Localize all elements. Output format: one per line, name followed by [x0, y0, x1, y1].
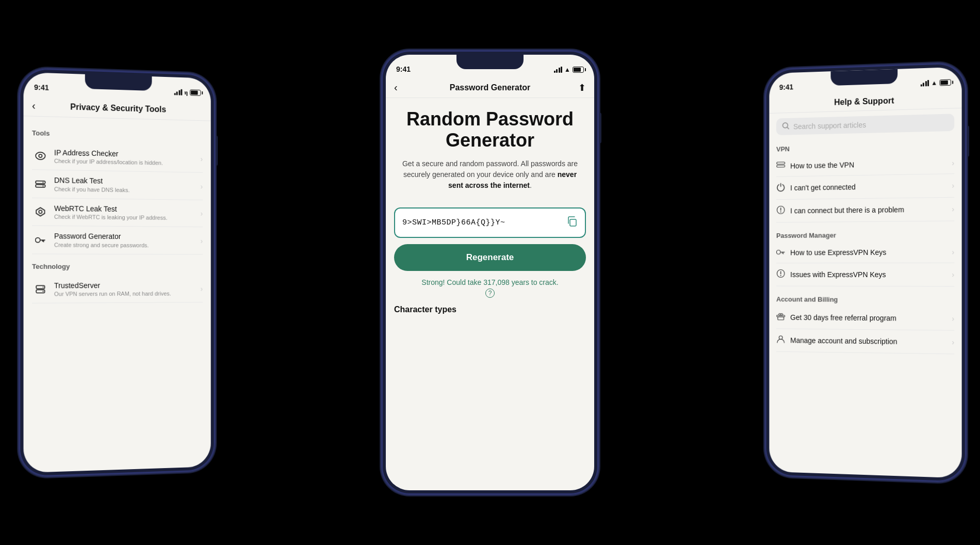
password-gen-text: Password Generator Create strong and sec… — [54, 232, 201, 249]
battery-left — [190, 89, 201, 96]
svg-marker-6 — [36, 207, 44, 216]
hs-use-keys-text: How to use ExpressVPN Keys — [790, 248, 952, 257]
status-icons-left: 𝛈︎ — [174, 88, 201, 96]
pg-title: Random Password Generator — [398, 108, 582, 151]
phone-right: 9:41 ▲ He — [765, 62, 966, 483]
pg-desc-end: . — [530, 181, 532, 189]
trusted-name: TrustedServer — [54, 281, 201, 291]
svg-rect-16 — [570, 219, 576, 226]
signal-bar-r4 — [927, 80, 929, 86]
hs-problem-text: I can connect but there is a problem — [790, 205, 952, 215]
tool-item-webrtc[interactable]: WebRTC Leak Test Check if WebRTC is leak… — [32, 198, 203, 228]
signal-bars-right — [920, 80, 929, 87]
time-center: 9:41 — [396, 65, 411, 73]
pg-hero: Random Password Generator Get a secure a… — [386, 98, 594, 199]
signal-bars-center — [554, 67, 563, 73]
webrtc-chevron: › — [201, 210, 203, 218]
notch-center — [456, 55, 524, 69]
left-back-button[interactable]: ‹ — [32, 100, 48, 112]
hs-item-problem[interactable]: I can connect but there is a problem › — [776, 198, 954, 223]
center-share-button[interactable]: ⬆ — [570, 82, 586, 93]
hs-use-keys-chevron: › — [952, 248, 954, 256]
tool-item-ip[interactable]: IP Address Checker Check if your IP addr… — [32, 142, 203, 173]
battery-fill-right — [941, 81, 949, 85]
notch-left — [85, 74, 152, 91]
vpn-stack-icon — [776, 162, 790, 171]
search-placeholder: Search support articles — [793, 120, 866, 130]
billing-section-title: Account and Billing — [776, 295, 954, 304]
tool-item-dns[interactable]: DNS Leak Test Check if you have DNS leak… — [32, 170, 203, 200]
svg-rect-32 — [778, 317, 784, 320]
strength-help-icon[interactable]: ? — [485, 288, 495, 298]
ip-checker-text: IP Address Checker Check if your IP addr… — [54, 148, 201, 167]
hs-referral-chevron: › — [952, 314, 954, 323]
key-icon-left — [32, 232, 49, 249]
tool-item-password[interactable]: Password Generator Create strong and sec… — [32, 226, 203, 254]
right-screen-content: Help & Support Search support articles — [769, 90, 961, 478]
trusted-chevron: › — [201, 285, 203, 293]
hs-item-use-keys[interactable]: How to use ExpressVPN Keys › — [776, 242, 954, 263]
time-right: 9:41 — [779, 83, 793, 91]
hs-item-cant-connect[interactable]: I can't get connected › — [776, 174, 954, 200]
password-gen-desc: Create strong and secure passwords. — [54, 241, 201, 249]
pm-section: Password Manager How to use ExpressVPN K… — [769, 226, 961, 287]
right-nav-title: Help & Support — [792, 95, 937, 108]
vpn-section: VPN How to use the VPN › — [769, 136, 961, 223]
warning-circle-icon — [776, 205, 790, 217]
wifi-icon-left: 𝛈︎ — [184, 89, 188, 96]
person-icon — [776, 334, 790, 346]
svg-point-23 — [780, 212, 781, 213]
signal-bars-left — [174, 89, 182, 95]
warning-circle-icon-2 — [776, 269, 790, 280]
wifi-icon-right: ▲ — [931, 79, 937, 87]
center-nav-title: Password Generator — [410, 83, 570, 92]
copy-icon[interactable] — [566, 216, 578, 230]
hs-issues-keys-text: Issues with ExpressVPN Keys — [790, 270, 952, 279]
left-screen-content: ‹ Privacy & Security Tools Tools — [24, 95, 211, 473]
center-phone-screen: 9:41 ▲ ‹ P — [386, 55, 594, 490]
svg-point-4 — [42, 182, 43, 183]
status-icons-center: ▲ — [554, 66, 584, 73]
regenerate-button[interactable]: Regenerate — [394, 244, 586, 271]
svg-line-18 — [787, 127, 789, 129]
dns-chevron: › — [201, 182, 203, 190]
center-back-button[interactable]: ‹ — [394, 82, 410, 93]
signal-bar-r3 — [925, 81, 927, 86]
webrtc-desc: Check if WebRTC is leaking your IP addre… — [54, 213, 201, 222]
signal-bar-c4 — [561, 67, 562, 73]
pm-section-title: Password Manager — [776, 231, 954, 239]
center-screen-content: ‹ Password Generator ⬆ Random Password G… — [386, 77, 594, 490]
svg-point-8 — [36, 237, 40, 242]
hs-referral-text: Get 30 days free referral program — [790, 313, 952, 323]
hs-item-manage-account[interactable]: Manage account and subscription › — [776, 329, 954, 354]
phone-center: 9:41 ▲ ‹ P — [382, 51, 598, 494]
dns-desc: Check if you have DNS leaks. — [54, 185, 201, 195]
hs-item-use-vpn[interactable]: How to use the VPN › — [776, 152, 954, 177]
hs-item-referral[interactable]: Get 30 days free referral program › — [776, 306, 954, 331]
hs-item-issues-keys[interactable]: Issues with ExpressVPN Keys › — [776, 263, 954, 287]
eye-icon — [32, 148, 49, 165]
tool-item-trusted[interactable]: TrustedServer Our VPN servers run on RAM… — [32, 276, 203, 303]
svg-point-1 — [39, 154, 42, 157]
signal-bar-r2 — [923, 83, 924, 86]
phone-left: 9:41 𝛈︎ ‹ P — [19, 68, 215, 477]
search-bar[interactable]: Search support articles — [776, 114, 954, 135]
strength-text: Strong! Could take 317,098 years to crac… — [394, 278, 586, 286]
hs-manage-chevron: › — [952, 338, 954, 346]
svg-point-5 — [42, 185, 43, 186]
password-value: 9>SWI>MB5DP}66A{Q}}Y~ — [402, 218, 505, 227]
password-display-box[interactable]: 9>SWI>MB5DP}66A{Q}}Y~ — [394, 207, 586, 238]
signal-bar-3 — [178, 90, 180, 95]
svg-point-15 — [42, 291, 43, 292]
password-gen-name: Password Generator — [54, 232, 201, 242]
signal-bar-c3 — [559, 68, 560, 73]
battery-right — [939, 79, 951, 86]
hs-issues-keys-chevron: › — [952, 270, 954, 279]
left-tools-content: Tools IP Address Checker Check if your I… — [24, 116, 211, 312]
billing-section: Account and Billing Get 30 days free ref… — [769, 290, 961, 354]
svg-rect-19 — [777, 162, 785, 164]
hs-use-vpn-chevron: › — [952, 159, 954, 167]
hs-use-vpn-text: How to use the VPN — [790, 159, 952, 170]
webrtc-icon — [32, 203, 49, 220]
password-strength: Strong! Could take 317,098 years to crac… — [386, 278, 594, 298]
